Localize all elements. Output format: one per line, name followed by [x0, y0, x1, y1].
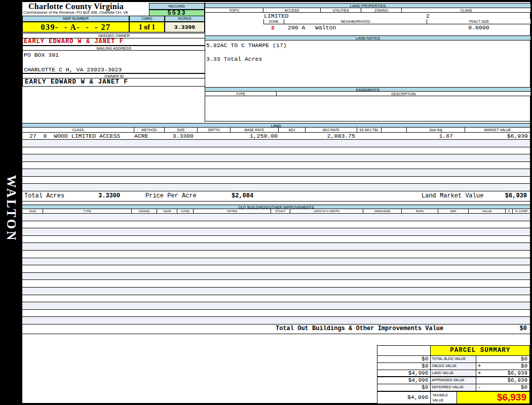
total-bldg-value: $0	[483, 356, 529, 362]
taxable-left-value: $4,996	[377, 392, 431, 403]
deeded-owner-name: EARLY EDWARD W & JANET F	[22, 38, 205, 46]
total-acres-label: Total Acres	[24, 191, 64, 200]
appraised-left-value: $4,996	[377, 377, 431, 384]
land-empty-row	[22, 169, 530, 177]
land-data-row: 27 0 WOOD LIMITED ACCESS ACRE 3.3300 1,2…	[22, 133, 530, 140]
land-method-column-header: METHOD	[134, 128, 165, 132]
class-value: 2	[426, 13, 430, 19]
tract-size-value: 0.0000	[427, 24, 530, 31]
deferred-label: DEFERRED VALUE	[431, 384, 476, 391]
parcel-summary-table: PARCEL SUMMARY $0 TOTAL BLDG VALUE $0 $0…	[377, 345, 530, 404]
ob-empty-row	[22, 288, 530, 295]
land-adj-rate-column-header: ADJ RATE	[306, 128, 357, 132]
parcel-record-card: WALTON Charlotte County Virginia Commiss…	[0, 0, 532, 405]
ob-sthgt-column-header: STHGT	[271, 209, 290, 213]
topo-column-header: TOPO	[205, 8, 263, 12]
land-properties-values: LIMITED 2	[205, 13, 530, 19]
easements-empty-area	[205, 96, 530, 122]
land-sz-adj-tbl-column-header: SZ ADJ TBL	[357, 128, 382, 132]
ob-notes-column-header: NOTES	[194, 209, 271, 213]
land-market-value-column-header: MARKET VALUE	[465, 128, 530, 132]
ob-empty-row	[22, 310, 530, 317]
land-properties-column-headers: TOPO ACCESS UTILITIES ZONING CLASS	[205, 8, 530, 13]
land-empty-row	[22, 154, 530, 162]
ob-empty-row	[22, 280, 530, 288]
out-buildings-column-headers: NUM TYPE GRADE YEAR COND NOTES STHGT LEN…	[22, 209, 530, 214]
land-adj-column-header: ADJ	[279, 128, 306, 132]
land-sz-adj-tbl-value	[357, 133, 382, 139]
ob-pct-comp-column-header: % COMP	[513, 209, 530, 213]
price-per-acre-label: Price Per Acre	[145, 191, 197, 200]
total-acres-value: 3.3300	[98, 191, 120, 200]
obldg-label: OBLDG VALUE	[431, 363, 476, 370]
ob-rate-column-header: RATE	[402, 209, 438, 213]
class-column-header: CLASS	[402, 8, 530, 12]
address-line-1: PO BOX 391	[24, 52, 205, 58]
mailing-address-section-bar: MAILING ADDRESS	[22, 46, 205, 51]
land-base-rate-value: 1,250.00	[231, 133, 279, 139]
land-section-bar: LAND	[22, 123, 530, 128]
ob-s-column-header: S	[506, 209, 513, 213]
ob-empty-row	[22, 258, 530, 266]
land-empty-rows	[22, 140, 530, 191]
appraised-sign	[476, 377, 483, 384]
parcel-summary-blank-cell	[377, 346, 431, 355]
deferred-sign: -	[476, 384, 483, 391]
card-value: 1 of 1	[129, 22, 165, 32]
land-size-adj-column-header: Size Adj	[407, 128, 465, 132]
map-number-value: 039- - A- - - 27	[22, 22, 129, 32]
ob-num-column-header: NUM	[22, 209, 43, 213]
land-size-column-header: SIZE	[165, 128, 198, 132]
zone-value: 2	[271, 24, 275, 31]
land-adj-value	[279, 133, 306, 139]
land-market-value-total: $6,939	[505, 191, 527, 200]
ob-empty-row	[22, 228, 530, 236]
map-number-header: MAP NUMBER	[22, 16, 129, 22]
land-properties-panel: LAND PROPERTIES TOPO ACCESS UTILITIES ZO…	[205, 2, 530, 122]
land-note-line-2: 3.33 Total Acres	[206, 56, 530, 62]
land-empty-row	[22, 147, 530, 155]
record-header: RECORD	[149, 3, 205, 10]
land-blank-column-header	[382, 128, 407, 132]
taxable-label: TAXABLE VALUE	[431, 392, 457, 403]
land-adj-rate-value: 2,083.75	[306, 133, 357, 139]
easements-section-bar: EASEMENTS	[205, 87, 530, 92]
land-base-rate-column-header: BASE RATE	[231, 128, 279, 132]
county-header: Charlotte County Virginia Commissioner o…	[22, 2, 149, 15]
parcel-summary-title: PARCEL SUMMARY	[431, 346, 529, 355]
summary-row-obldg: $0 OBLDG VALUE + $0	[377, 363, 529, 370]
land-column-headers: CLASS METHOD SIZE DEPTH BASE RATE ADJ AD…	[22, 128, 530, 133]
land-depth-column-header: DEPTH	[198, 128, 231, 132]
ob-empty-row	[22, 317, 530, 325]
ob-empty-row	[22, 295, 530, 303]
taxable-value: $6,939	[457, 392, 529, 403]
zone-row-headers: ZONE NEIGHBORHOOD TRACT SIZE	[263, 19, 530, 24]
ob-dep-column-header: DEP	[438, 209, 469, 213]
acres-value: 3.3300	[165, 22, 205, 32]
county-subtitle: Commissioner of the Revenue, PO Box 308,…	[22, 11, 149, 15]
ob-empty-row	[22, 265, 530, 273]
neighborhood-code: 200 A	[288, 24, 306, 31]
land-label: LAND VALUE	[431, 370, 476, 376]
total-bldg-left-value: $0	[377, 356, 431, 362]
land-size-adj-value: 1.67	[407, 133, 465, 139]
land-empty-row	[22, 184, 530, 191]
ob-area-size-column-header: AREA/SIZE	[363, 209, 402, 213]
parcel-summary-header-row: PARCEL SUMMARY	[377, 346, 529, 356]
land-sign: +	[476, 370, 483, 376]
land-size-value: 3.3300	[165, 133, 198, 139]
land-notes: 5.92AC TO C THARPE (17) 3.33 Total Acres	[205, 40, 530, 86]
summary-row-land: $4,996 LAND VALUE + $6,939	[377, 370, 529, 377]
total-bldg-sign	[476, 356, 483, 362]
zone-row-values: 2 200 A Walton 0.0000	[263, 24, 530, 31]
land-blank-value	[382, 133, 407, 139]
ob-empty-row	[22, 302, 530, 310]
land-empty-row	[22, 162, 530, 170]
neighborhood-column-header: NEIGHBORHOOD	[284, 19, 427, 24]
tract-size-column-header: TRACT SIZE	[427, 19, 530, 24]
land-left-value: $4,996	[377, 370, 431, 376]
land-market-value: $6,939	[465, 133, 530, 139]
obldg-sign: +	[476, 363, 483, 370]
summary-row-total-bldg: $0 TOTAL BLDG VALUE $0	[377, 356, 529, 363]
card-content: Charlotte County Virginia Commissioner o…	[22, 2, 530, 403]
